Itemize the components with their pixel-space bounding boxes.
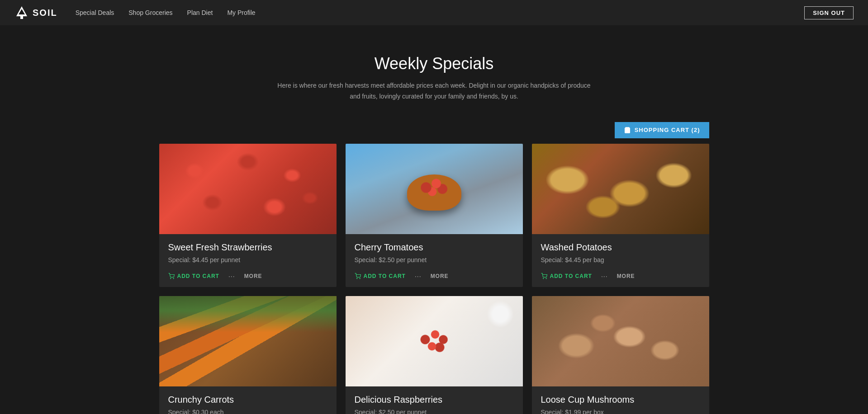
cart-icon bbox=[624, 127, 631, 134]
cart-icon-small bbox=[355, 273, 361, 279]
nav-shop-groceries[interactable]: Shop Groceries bbox=[128, 9, 172, 16]
product-name-strawberries: Sweet Fresh Strawberries bbox=[168, 242, 327, 253]
cart-icon-small bbox=[541, 273, 547, 279]
add-to-cart-cherry-tomatoes[interactable]: ADD TO CART bbox=[355, 273, 406, 279]
page-title: Weekly Specials bbox=[159, 54, 709, 73]
cart-icon-small bbox=[168, 273, 175, 279]
product-name-cherry-tomatoes: Cherry Tomatoes bbox=[355, 242, 514, 253]
dots-cherry-tomatoes: ··· bbox=[415, 273, 422, 280]
product-info-crunchy-carrots: Crunchy Carrots Special: $0.30 each ADD … bbox=[159, 386, 337, 414]
product-actions-cherry-tomatoes: ADD TO CART ··· MORE bbox=[355, 273, 514, 280]
svg-rect-2 bbox=[20, 16, 23, 19]
nav-plan-diet[interactable]: Plan Diet bbox=[187, 9, 213, 16]
product-price-washed-potatoes: Special: $4.45 per bag bbox=[541, 256, 700, 263]
product-img-crunchy-carrots bbox=[159, 296, 337, 386]
product-card-washed-potatoes: Washed Potatoes Special: $4.45 per bag A… bbox=[532, 144, 709, 287]
hero-subtitle: Here is where our fresh harvests meet af… bbox=[276, 80, 593, 102]
svg-point-6 bbox=[356, 278, 357, 278]
sign-out-button[interactable]: SIGN OUT bbox=[804, 6, 854, 19]
product-image-strawberries bbox=[159, 144, 337, 234]
product-img-strawberries bbox=[159, 144, 337, 234]
product-card-strawberries: Sweet Fresh Strawberries Special: $4.45 … bbox=[159, 144, 337, 287]
product-price-crunchy-carrots: Special: $0.30 each bbox=[168, 409, 327, 414]
product-card-delicious-raspberries: Delicious Raspberries Special: $2.50 per… bbox=[346, 296, 523, 414]
product-card-crunchy-carrots: Crunchy Carrots Special: $0.30 each ADD … bbox=[159, 296, 337, 414]
main-content: Weekly Specials Here is where our fresh … bbox=[145, 0, 724, 414]
logo[interactable]: SOIL bbox=[14, 5, 57, 20]
svg-point-4 bbox=[170, 278, 171, 278]
add-to-cart-strawberries[interactable]: ADD TO CART bbox=[168, 273, 219, 279]
navbar: SOIL Special Deals Shop Groceries Plan D… bbox=[0, 0, 868, 25]
product-price-loose-cup-mushrooms: Special: $1.99 per box bbox=[541, 409, 700, 414]
product-img-cherry-tomatoes bbox=[346, 144, 523, 234]
dots-washed-potatoes: ··· bbox=[601, 273, 608, 280]
product-image-delicious-raspberries bbox=[346, 296, 523, 386]
more-button-washed-potatoes[interactable]: MORE bbox=[617, 273, 635, 279]
product-name-loose-cup-mushrooms: Loose Cup Mushrooms bbox=[541, 395, 700, 405]
nav-right: SIGN OUT bbox=[804, 6, 854, 19]
shopping-cart-button[interactable]: SHOPPING CART (2) bbox=[615, 122, 709, 138]
more-button-strawberries[interactable]: MORE bbox=[244, 273, 262, 279]
product-image-crunchy-carrots bbox=[159, 296, 337, 386]
cart-label: SHOPPING CART (2) bbox=[635, 127, 700, 133]
product-actions-washed-potatoes: ADD TO CART ··· MORE bbox=[541, 273, 700, 280]
logo-text: SOIL bbox=[33, 8, 57, 18]
cart-row: SHOPPING CART (2) bbox=[159, 122, 709, 138]
product-image-loose-cup-mushrooms bbox=[532, 296, 709, 386]
product-name-crunchy-carrots: Crunchy Carrots bbox=[168, 395, 327, 405]
product-info-strawberries: Sweet Fresh Strawberries Special: $4.45 … bbox=[159, 234, 337, 287]
add-to-cart-washed-potatoes[interactable]: ADD TO CART bbox=[541, 273, 592, 279]
svg-point-5 bbox=[173, 278, 174, 278]
hero-section: Weekly Specials Here is where our fresh … bbox=[159, 36, 709, 113]
product-actions-strawberries: ADD TO CART ··· MORE bbox=[168, 273, 327, 280]
product-price-strawberries: Special: $4.45 per punnet bbox=[168, 256, 327, 263]
dots-strawberries: ··· bbox=[228, 273, 235, 280]
logo-icon bbox=[14, 5, 29, 20]
more-button-cherry-tomatoes[interactable]: MORE bbox=[431, 273, 449, 279]
nav-links: Special Deals Shop Groceries Plan Diet M… bbox=[76, 9, 804, 16]
product-card-loose-cup-mushrooms: Loose Cup Mushrooms Special: $1.99 per b… bbox=[532, 296, 709, 414]
product-image-washed-potatoes bbox=[532, 144, 709, 234]
product-card-cherry-tomatoes: Cherry Tomatoes Special: $2.50 per punne… bbox=[346, 144, 523, 287]
svg-point-7 bbox=[360, 278, 360, 278]
nav-my-profile[interactable]: My Profile bbox=[227, 9, 255, 16]
product-name-delicious-raspberries: Delicious Raspberries bbox=[355, 395, 514, 405]
nav-special-deals[interactable]: Special Deals bbox=[76, 9, 114, 16]
product-img-washed-potatoes bbox=[532, 144, 709, 234]
svg-point-9 bbox=[546, 278, 546, 278]
product-price-cherry-tomatoes: Special: $2.50 per punnet bbox=[355, 256, 514, 263]
product-name-washed-potatoes: Washed Potatoes bbox=[541, 242, 700, 253]
product-img-loose-cup-mushrooms bbox=[532, 296, 709, 386]
product-price-delicious-raspberries: Special: $2.50 per punnet bbox=[355, 409, 514, 414]
product-info-cherry-tomatoes: Cherry Tomatoes Special: $2.50 per punne… bbox=[346, 234, 523, 287]
product-info-washed-potatoes: Washed Potatoes Special: $4.45 per bag A… bbox=[532, 234, 709, 287]
product-image-cherry-tomatoes bbox=[346, 144, 523, 234]
product-info-delicious-raspberries: Delicious Raspberries Special: $2.50 per… bbox=[346, 386, 523, 414]
product-info-loose-cup-mushrooms: Loose Cup Mushrooms Special: $1.99 per b… bbox=[532, 386, 709, 414]
product-img-delicious-raspberries bbox=[346, 296, 523, 386]
svg-point-8 bbox=[543, 278, 543, 278]
product-grid: Sweet Fresh Strawberries Special: $4.45 … bbox=[159, 144, 709, 414]
